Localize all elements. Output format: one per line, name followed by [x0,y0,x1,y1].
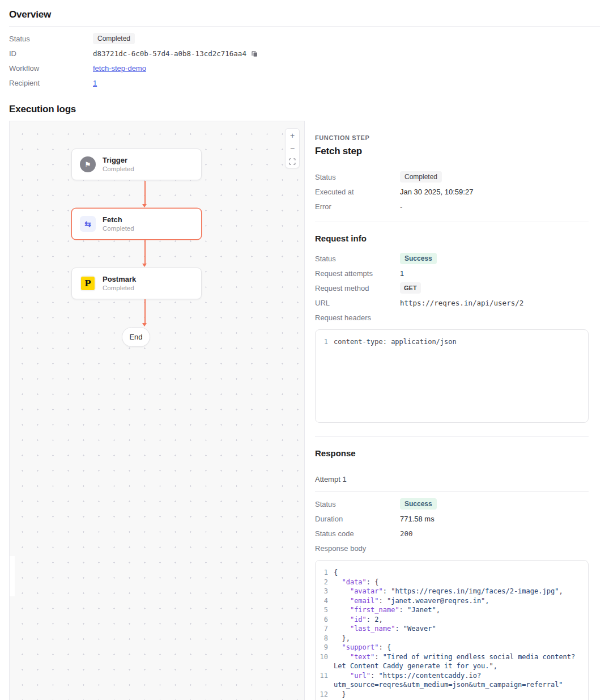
step-type-eyebrow: FUNCTION STEP [315,134,589,141]
request-attempts-row: Request attempts 1 [315,266,589,281]
executed-at-label: Executed at [315,188,400,196]
request-status-label: Status [315,254,400,263]
executed-at-row: Executed at Jan 30 2025, 10:59:27 [315,184,589,199]
response-status-label: Status [315,500,400,508]
node-fetch-status: Completed [103,224,134,233]
request-headers-code: 1content-type: application/json [315,329,589,423]
request-method-row: Request method GET [315,281,589,295]
request-attempts-value: 1 [400,269,404,278]
id-value: d83721dc-6c0b-57d4-a0b8-13cd2c716aa4 [93,49,246,58]
step-detail-panel: FUNCTION STEP Fetch step Status Complete… [315,121,600,700]
node-trigger-status: Completed [103,165,134,173]
node-fetch[interactable]: ⇆ Fetch Completed [71,208,202,240]
recipient-link[interactable]: 1 [93,79,97,87]
panel-divider-1 [315,222,589,222]
request-headers-label: Request headers [315,313,400,322]
overview-title: Overview [9,9,600,20]
step-status-row: Status Completed [315,169,589,184]
request-info-title: Request info [315,234,589,243]
zoom-in-button[interactable]: + [286,129,299,142]
response-code-value: 200 [400,529,413,538]
workflow-canvas[interactable]: ⚑ Trigger Completed ⇆ Fetch Completed P [9,121,305,700]
error-label: Error [315,202,400,211]
id-label: ID [9,49,93,58]
workflow-link[interactable]: fetch-step-demo [93,64,146,73]
response-body-row: Response body [315,541,589,555]
copy-icon[interactable] [251,50,258,57]
edge-fetch-postmark [144,240,146,264]
edge-trigger-fetch [144,181,146,205]
overview-workflow-row: Workflow fetch-step-demo [9,61,600,75]
request-attempts-label: Request attempts [315,269,400,278]
response-duration-value: 771.58 ms [400,515,435,523]
status-label: Status [9,35,93,43]
workflow-label: Workflow [9,64,93,73]
response-status-row: Status Success [315,497,589,511]
response-title: Response [315,448,589,458]
postmark-icon: P [80,275,96,291]
response-code-row: Status code 200 [315,526,589,541]
step-execution-page: Overview Status Completed ID d83721dc-6c… [0,0,609,700]
overview-divider [9,26,600,27]
overview-status-row: Status Completed [9,31,600,46]
response-body-label: Response body [315,544,400,553]
status-badge: Completed [93,33,135,44]
swap-arrows-icon: ⇆ [80,216,96,232]
overview-id-row: ID d83721dc-6c0b-57d4-a0b8-13cd2c716aa4 [9,46,600,61]
request-status-row: Status Success [315,251,589,266]
response-status-badge: Success [400,498,437,510]
node-trigger[interactable]: ⚑ Trigger Completed [71,149,202,180]
request-url-row: URL https://reqres.in/api/users/2 [315,295,589,310]
request-headers-row: Request headers [315,310,589,325]
edge-postmark-end [144,299,146,324]
request-status-badge: Success [400,253,437,264]
error-value: - [400,202,402,211]
canvas-left-overlay [9,556,15,596]
node-postmark[interactable]: P Postmark Completed [71,268,202,299]
execution-logs-title: Execution logs [9,104,600,115]
panel-divider-3 [315,491,589,492]
recipient-label: Recipient [9,79,93,87]
request-url-value: https://reqres.in/api/users/2 [400,299,523,307]
overview-recipient-row: Recipient 1 [9,75,600,90]
request-method-label: Request method [315,284,400,292]
node-postmark-title: Postmark [103,274,136,284]
panel-divider-2 [315,436,589,437]
step-title: Fetch step [315,146,589,157]
error-row: Error - [315,199,589,214]
response-duration-label: Duration [315,515,400,523]
response-body-code[interactable]: 1{ 2 "data": { 3 "avatar": "https://reqr… [315,560,589,700]
request-url-label: URL [315,299,400,307]
fit-view-icon[interactable] [286,155,299,168]
node-trigger-title: Trigger [103,155,134,165]
flag-icon: ⚑ [80,156,96,172]
step-status-label: Status [315,173,400,181]
executed-at-value: Jan 30 2025, 10:59:27 [400,188,473,196]
canvas-controls: + − [285,128,300,168]
request-method-badge: GET [400,282,421,294]
attempt-label: Attempt 1 [315,475,589,483]
node-fetch-title: Fetch [103,215,134,224]
overview-section: Overview Status Completed ID d83721dc-6c… [0,9,609,115]
response-duration-row: Duration 771.58 ms [315,511,589,526]
zoom-out-button[interactable]: − [286,142,299,155]
response-code-label: Status code [315,529,400,538]
node-postmark-status: Completed [103,284,136,292]
step-status-badge: Completed [400,171,442,183]
node-end[interactable]: End [122,327,150,347]
